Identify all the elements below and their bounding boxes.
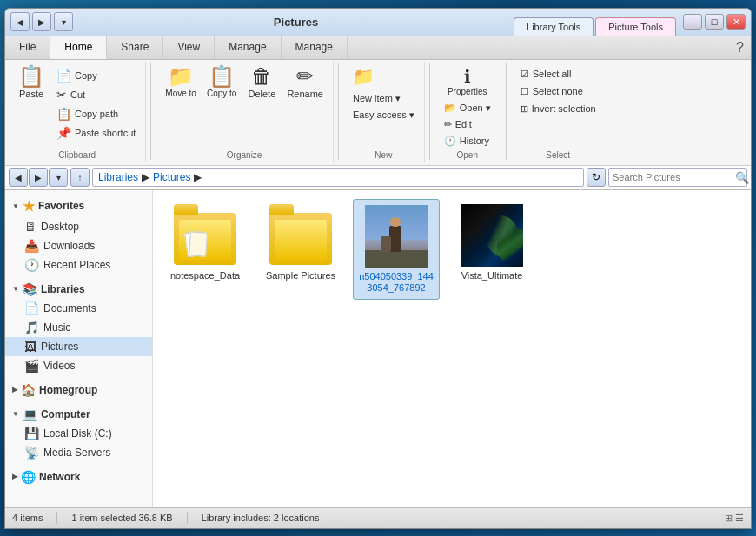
recent-button[interactable]: ▾ bbox=[54, 12, 73, 31]
move-to-button[interactable]: 📁 Move to bbox=[161, 63, 201, 101]
sep3 bbox=[429, 63, 430, 160]
tab-file[interactable]: File bbox=[5, 36, 50, 59]
sidebar-favorites-label: Favorites bbox=[38, 200, 84, 212]
file-item-notespace[interactable]: notespace_Data bbox=[162, 199, 249, 300]
sidebar-computer-label: Computer bbox=[41, 408, 90, 420]
back-button[interactable]: ◀ bbox=[10, 12, 30, 31]
search-icon[interactable]: 🔍 bbox=[735, 171, 749, 184]
sep1 bbox=[150, 63, 151, 160]
tab-manage-pic[interactable]: Manage bbox=[282, 36, 348, 59]
tab-home[interactable]: Home bbox=[50, 36, 107, 59]
copy-path-button[interactable]: 📋 Copy path bbox=[52, 105, 140, 122]
favorites-triangle: ▼ bbox=[12, 202, 19, 210]
sidebar-network-header[interactable]: ▶ 🌐 Network bbox=[5, 467, 152, 486]
file-item-photo[interactable]: ✓ n504050339_1443054_767892 bbox=[353, 199, 440, 300]
minimize-button[interactable]: — bbox=[683, 14, 702, 30]
select-none-button[interactable]: ☐ Select none bbox=[516, 84, 600, 99]
homegroup-triangle: ▶ bbox=[12, 386, 17, 394]
recent-places-label: Recent Places bbox=[43, 259, 110, 271]
downloads-icon: 📥 bbox=[24, 239, 39, 253]
delete-button[interactable]: 🗑 Delete bbox=[242, 63, 281, 102]
vista-thumbnail bbox=[461, 204, 523, 267]
view-icon1[interactable]: ⊞ bbox=[725, 513, 733, 524]
maximize-button[interactable]: □ bbox=[705, 14, 724, 30]
image-icon-photo: ✓ bbox=[365, 205, 428, 268]
tab-manage-lib[interactable]: Manage bbox=[215, 36, 281, 59]
file-item-sample[interactable]: Sample Pictures bbox=[257, 199, 344, 300]
ribbon-tabs: File Home Share View Manage Manage ? bbox=[5, 36, 751, 60]
sidebar-item-pictures[interactable]: 🖼 Pictures bbox=[5, 337, 152, 356]
new-folder-button[interactable]: 📁 bbox=[348, 63, 401, 89]
folder-icon-notespace bbox=[174, 204, 236, 267]
tab-view[interactable]: View bbox=[163, 36, 215, 59]
clipboard-group-label: Clipboard bbox=[58, 149, 96, 160]
addr-up-button[interactable]: ↑ bbox=[70, 168, 90, 187]
file-label-sample: Sample Pictures bbox=[266, 270, 335, 281]
edit-button[interactable]: ✏ Edit bbox=[440, 117, 495, 132]
refresh-button[interactable]: ↻ bbox=[587, 168, 606, 187]
paste-button[interactable]: 📋 Paste bbox=[14, 63, 49, 102]
media-icon: 📡 bbox=[24, 446, 39, 460]
forward-button[interactable]: ▶ bbox=[32, 12, 51, 31]
sidebar-item-media-servers[interactable]: 📡 Media Servers bbox=[5, 443, 152, 462]
ribbon-content: 📋 Paste 📄 Copy ✂ Cut bbox=[5, 60, 751, 165]
sidebar-libraries-header[interactable]: ▼ 📚 Libraries bbox=[5, 280, 152, 299]
sidebar-item-documents[interactable]: 📄 Documents bbox=[5, 299, 152, 318]
search-input[interactable] bbox=[613, 172, 733, 182]
sidebar-item-downloads[interactable]: 📥 Downloads bbox=[5, 236, 152, 255]
picture-tools-tab[interactable]: Picture Tools bbox=[595, 17, 676, 36]
copy-to-icon: 📋 bbox=[209, 66, 235, 87]
sidebar-item-music[interactable]: 🎵 Music bbox=[5, 318, 152, 337]
main-window: ◀ ▶ ▾ Pictures Library Tools Picture Too… bbox=[4, 8, 752, 529]
paste-shortcut-button[interactable]: 📌 Paste shortcut bbox=[52, 124, 140, 142]
breadcrumb-sep2: ▶ bbox=[194, 171, 202, 183]
select-group-label: Select bbox=[546, 149, 570, 160]
view-icon2[interactable]: ☰ bbox=[735, 513, 744, 524]
addr-forward-button[interactable]: ▶ bbox=[29, 168, 48, 187]
tab-share[interactable]: Share bbox=[107, 36, 163, 59]
videos-label: Videos bbox=[43, 360, 75, 372]
sidebar-favorites-header[interactable]: ▼ ★ Favorites bbox=[5, 195, 152, 217]
desktop-label: Desktop bbox=[41, 221, 79, 233]
invert-selection-button[interactable]: ⊞ Invert selection bbox=[516, 102, 600, 116]
local-disk-label: Local Disk (C:) bbox=[43, 427, 112, 440]
cut-button[interactable]: ✂ Cut bbox=[52, 86, 140, 103]
addr-back-button[interactable]: ◀ bbox=[9, 168, 28, 187]
addr-down-button[interactable]: ▾ bbox=[49, 168, 68, 187]
history-button[interactable]: 🕐 History bbox=[440, 134, 495, 149]
sidebar-homegroup-header[interactable]: ▶ 🏠 Homegroup bbox=[5, 380, 152, 400]
file-label-notespace: notespace_Data bbox=[170, 270, 240, 281]
copy-button[interactable]: 📄 Copy bbox=[52, 67, 140, 84]
file-item-vista[interactable]: Vista_Ultimate bbox=[448, 199, 535, 300]
rename-button[interactable]: ✏ Rename bbox=[282, 63, 328, 102]
sidebar-item-recent-places[interactable]: 🕐 Recent Places bbox=[5, 255, 152, 275]
new-group: 📁 New item ▾ Easy access ▾ New bbox=[343, 62, 425, 162]
sidebar-homegroup-section: ▶ 🏠 Homegroup bbox=[5, 380, 152, 400]
breadcrumb-libraries[interactable]: Libraries bbox=[98, 171, 138, 183]
computer-icon: 💻 bbox=[23, 407, 37, 421]
open-button[interactable]: 📂 Open ▾ bbox=[440, 101, 495, 116]
help-button[interactable]: ? bbox=[729, 36, 751, 59]
homegroup-icon: 🏠 bbox=[21, 383, 36, 397]
new-item-button[interactable]: New item ▾ bbox=[348, 91, 405, 106]
address-path[interactable]: Libraries ▶ Pictures ▶ bbox=[92, 168, 584, 187]
library-tools-tab[interactable]: Library Tools bbox=[514, 17, 594, 36]
properties-button[interactable]: ℹ Properties bbox=[440, 63, 495, 99]
sidebar-favorites-section: ▼ ★ Favorites 🖥 Desktop 📥 Downloads 🕐 Re… bbox=[5, 195, 152, 275]
easy-access-button[interactable]: Easy access ▾ bbox=[348, 108, 419, 122]
sidebar-item-local-disk[interactable]: 💾 Local Disk (C:) bbox=[5, 424, 152, 443]
network-triangle: ▶ bbox=[12, 473, 17, 480]
copy-to-button[interactable]: 📋 Copy to bbox=[202, 63, 241, 101]
clipboard-items: 📋 Paste 📄 Copy ✂ Cut bbox=[14, 63, 140, 149]
paste-icon: 📋 bbox=[18, 66, 44, 87]
file-label-photo: n504050339_1443054_767892 bbox=[359, 271, 434, 294]
sidebar-computer-header[interactable]: ▼ 💻 Computer bbox=[5, 405, 152, 424]
close-button[interactable]: ✕ bbox=[726, 14, 746, 30]
sidebar-network-section: ▶ 🌐 Network bbox=[5, 467, 152, 486]
sidebar-item-videos[interactable]: 🎬 Videos bbox=[5, 356, 152, 375]
move-icon: 📁 bbox=[168, 66, 194, 87]
breadcrumb-pictures[interactable]: Pictures bbox=[153, 171, 190, 183]
open-group: ℹ Properties 📂 Open ▾ ✏ Edit 🕐 bbox=[434, 62, 501, 162]
sidebar-item-desktop[interactable]: 🖥 Desktop bbox=[5, 217, 152, 236]
select-all-button[interactable]: ☑ Select all bbox=[516, 67, 600, 82]
